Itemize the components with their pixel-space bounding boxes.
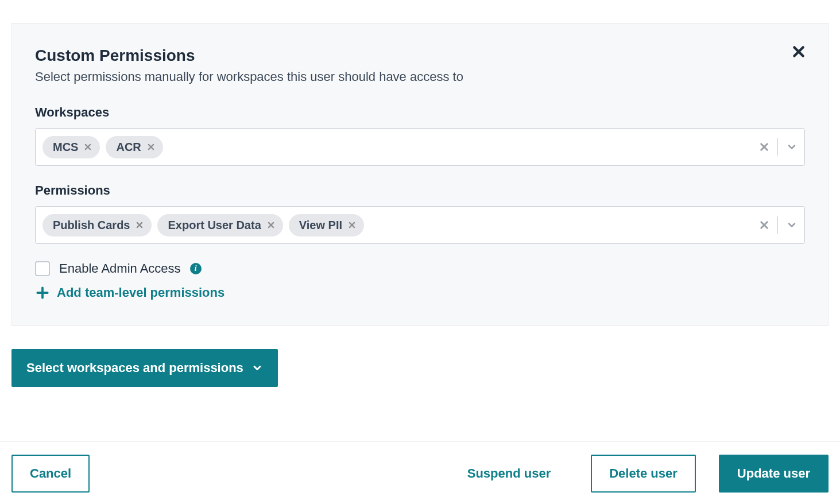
workspaces-field: Workspaces MCS ACR: [35, 105, 805, 166]
dropdown-toggle[interactable]: [786, 141, 798, 153]
close-icon: [348, 221, 356, 229]
close-icon: [759, 220, 769, 230]
admin-access-row: Enable Admin Access i: [35, 261, 805, 276]
multiselect-controls: [753, 138, 798, 156]
close-icon: [759, 142, 769, 152]
admin-access-label: Enable Admin Access: [59, 261, 181, 276]
footer-actions: Cancel Suspend user Delete user Update u…: [0, 441, 840, 493]
chip-remove-button[interactable]: [348, 221, 356, 229]
chip-remove-button[interactable]: [267, 221, 275, 229]
select-button-label: Select workspaces and permissions: [26, 360, 243, 375]
permissions-chips: Publish Cards Export User Data View PII: [42, 214, 753, 237]
permission-chip: Publish Cards: [42, 214, 152, 237]
multiselect-controls: [753, 216, 798, 234]
chip-label: ACR: [116, 141, 141, 154]
update-user-button[interactable]: Update user: [719, 455, 829, 493]
chip-remove-button[interactable]: [136, 221, 144, 229]
permissions-label: Permissions: [35, 183, 805, 198]
close-icon: [267, 221, 275, 229]
workspaces-multiselect[interactable]: MCS ACR: [35, 128, 805, 166]
add-team-permissions-label: Add team-level permissions: [57, 285, 224, 300]
info-icon[interactable]: i: [190, 263, 202, 274]
close-icon: [136, 221, 144, 229]
chevron-down-icon: [786, 219, 798, 231]
panel-subtitle: Select permissions manually for workspac…: [35, 69, 805, 84]
separator: [777, 216, 778, 234]
chip-label: Publish Cards: [53, 219, 130, 232]
permission-chip: View PII: [289, 214, 364, 237]
close-icon: [84, 143, 92, 151]
clear-all-button[interactable]: [759, 142, 769, 152]
add-team-permissions-link[interactable]: Add team-level permissions: [35, 285, 224, 300]
dropdown-toggle[interactable]: [786, 219, 798, 231]
plus-icon: [35, 285, 50, 300]
admin-access-checkbox[interactable]: [35, 261, 50, 276]
workspace-chip: ACR: [106, 136, 162, 158]
close-icon: [791, 44, 806, 59]
close-panel-button[interactable]: [791, 44, 806, 61]
close-icon: [147, 143, 155, 151]
suspend-user-button[interactable]: Suspend user: [450, 456, 568, 491]
workspaces-chips: MCS ACR: [42, 136, 753, 158]
chip-label: MCS: [53, 141, 78, 154]
workspaces-label: Workspaces: [35, 105, 805, 120]
chip-remove-button[interactable]: [147, 143, 155, 151]
chip-remove-button[interactable]: [84, 143, 92, 151]
permission-chip: Export User Data: [157, 214, 282, 237]
select-workspaces-permissions-button[interactable]: Select workspaces and permissions: [11, 349, 278, 387]
permissions-multiselect[interactable]: Publish Cards Export User Data View PII: [35, 206, 805, 244]
separator: [777, 138, 778, 156]
chip-label: Export User Data: [168, 219, 261, 232]
chevron-down-icon: [786, 141, 798, 153]
panel-title: Custom Permissions: [35, 46, 805, 65]
permissions-field: Permissions Publish Cards Export User Da…: [35, 183, 805, 244]
delete-user-button[interactable]: Delete user: [591, 455, 696, 493]
custom-permissions-panel: Custom Permissions Select permissions ma…: [11, 23, 829, 326]
clear-all-button[interactable]: [759, 220, 769, 230]
cancel-button[interactable]: Cancel: [11, 455, 90, 493]
chip-label: View PII: [299, 219, 342, 232]
workspace-chip: MCS: [42, 136, 100, 158]
chevron-down-icon: [251, 362, 263, 374]
